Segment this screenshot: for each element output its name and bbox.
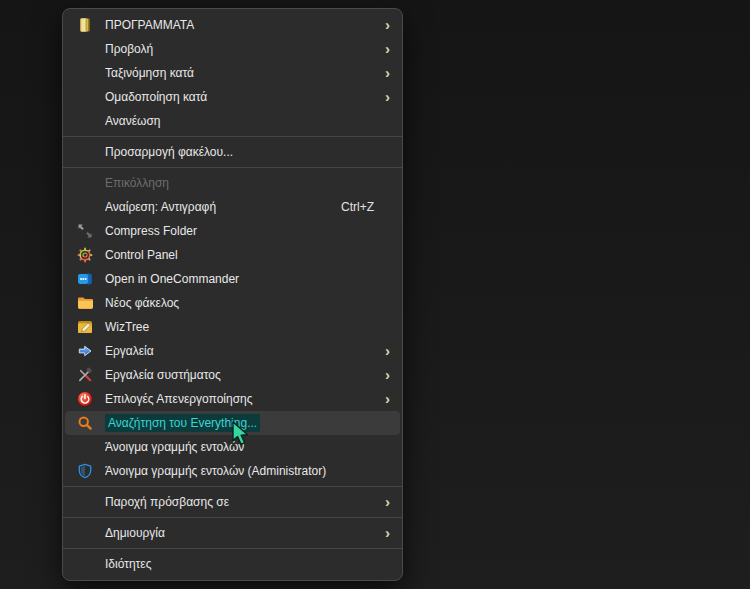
menu-item-label: Ταξινόμηση κατά (105, 66, 374, 80)
onecommander-icon (76, 271, 93, 288)
submenu-chevron-icon: › (377, 367, 390, 382)
menu-item-new-folder[interactable]: Νέος φάκελος (65, 291, 400, 315)
menu-item-label: Νέος φάκελος (105, 296, 374, 310)
compress-arrows-icon (76, 223, 93, 240)
menu-item-label: Open in OneCommander (105, 272, 374, 286)
menu-item-open-in-onecommander[interactable]: Open in OneCommander (65, 267, 400, 291)
icon-slot-empty (76, 175, 93, 192)
menu-item-label: Ομαδοποίηση κατά (105, 90, 374, 104)
icon-slot-empty (76, 199, 93, 216)
icon-slot-empty (76, 89, 93, 106)
menu-item-label: Compress Folder (105, 224, 374, 238)
submenu-chevron-icon: › (377, 41, 390, 56)
icon-slot-empty (76, 556, 93, 573)
menu-item-sort-by[interactable]: Ταξινόμηση κατά› (65, 61, 400, 85)
submenu-chevron-icon: › (377, 494, 390, 509)
shield-icon (76, 463, 93, 480)
menu-item-paste: Επικόλληση (65, 171, 400, 195)
menu-item-label: Εργαλεία (105, 344, 374, 358)
menu-item-control-panel[interactable]: Control Panel (65, 243, 400, 267)
menu-item-programs[interactable]: ΠΡΟΓΡΑΜΜΑΤΑ› (65, 13, 400, 37)
submenu-chevron-icon: › (377, 17, 390, 32)
submenu-chevron-icon: › (377, 343, 390, 358)
icon-slot-empty (76, 494, 93, 511)
menu-item-label: Άνοιγμα γραμμής εντολών (Administrator) (105, 464, 374, 478)
menu-item-group-by[interactable]: Ομαδοποίηση κατά› (65, 85, 400, 109)
context-menu: ΠΡΟΓΡΑΜΜΑΤΑ›Προβολή›Ταξινόμηση κατά›Ομαδ… (62, 8, 403, 581)
menu-item-open-command-line-admin[interactable]: Άνοιγμα γραμμής εντολών (Administrator) (65, 459, 400, 483)
menu-separator (63, 136, 402, 137)
menu-item-compress-folder[interactable]: Compress Folder (65, 219, 400, 243)
menu-separator (63, 517, 402, 518)
search-icon (76, 415, 93, 432)
menu-item-shutdown-options[interactable]: Επιλογές Απενεργοποίησης› (65, 387, 400, 411)
menu-item-wiztree[interactable]: WizTree (65, 315, 400, 339)
menu-item-customize-folder[interactable]: Προσαρμογή φακέλου... (65, 140, 400, 164)
menu-item-label: Παροχή πρόσβασης σε (105, 495, 374, 509)
menu-item-label: Αναίρεση: Αντιγραφή (105, 200, 341, 214)
menu-item-everything-search[interactable]: Αναζήτηση του Everything... (65, 411, 400, 435)
menu-separator (63, 167, 402, 168)
menu-item-label: Επικόλληση (105, 176, 374, 190)
menu-separator (63, 548, 402, 549)
shortcut-label: Ctrl+Z (341, 200, 374, 214)
menu-item-label: Ιδιότητες (105, 557, 374, 571)
submenu-chevron-icon: › (377, 89, 390, 104)
menu-item-give-access-to[interactable]: Παροχή πρόσβασης σε› (65, 490, 400, 514)
submenu-chevron-icon: › (377, 65, 390, 80)
menu-item-label: Αναζήτηση του Everything... (105, 414, 260, 432)
wiztree-icon (76, 319, 93, 336)
menu-item-tools[interactable]: Εργαλεία› (65, 339, 400, 363)
icon-slot-empty (76, 65, 93, 82)
menu-item-label: Control Panel (105, 248, 374, 262)
menu-item-undo-copy[interactable]: Αναίρεση: ΑντιγραφήCtrl+Z (65, 195, 400, 219)
menu-item-label: Εργαλεία συστήματος (105, 368, 374, 382)
menu-item-label: Άνοιγμα γραμμής εντολών (105, 440, 374, 454)
menu-item-label: Προσαρμογή φακέλου... (105, 145, 374, 159)
rainbow-gear-icon (76, 247, 93, 264)
icon-slot-empty (76, 439, 93, 456)
menu-item-label: WizTree (105, 320, 374, 334)
menu-item-open-command-line[interactable]: Άνοιγμα γραμμής εντολών (65, 435, 400, 459)
menu-item-label: Επιλογές Απενεργοποίησης (105, 392, 374, 406)
menu-item-new[interactable]: Δημιουργία› (65, 521, 400, 545)
menu-separator (63, 486, 402, 487)
crossed-tools-icon (76, 367, 93, 384)
menu-item-label: Προβολή (105, 42, 374, 56)
submenu-chevron-icon: › (377, 391, 390, 406)
icon-slot-empty (76, 41, 93, 58)
menu-item-label: Ανανέωση (105, 114, 374, 128)
menu-item-properties[interactable]: Ιδιότητες (65, 552, 400, 576)
menu-item-label: Δημιουργία (105, 526, 374, 540)
icon-slot-empty (76, 113, 93, 130)
open-folder-icon (76, 17, 93, 34)
blue-arrow-icon (76, 343, 93, 360)
icon-slot-empty (76, 144, 93, 161)
folder-icon (76, 295, 93, 312)
menu-item-view[interactable]: Προβολή› (65, 37, 400, 61)
submenu-chevron-icon: › (377, 525, 390, 540)
menu-item-label: ΠΡΟΓΡΑΜΜΑΤΑ (105, 18, 374, 32)
icon-slot-empty (76, 525, 93, 542)
power-button-icon (76, 391, 93, 408)
menu-item-system-tools[interactable]: Εργαλεία συστήματος› (65, 363, 400, 387)
menu-item-refresh[interactable]: Ανανέωση (65, 109, 400, 133)
